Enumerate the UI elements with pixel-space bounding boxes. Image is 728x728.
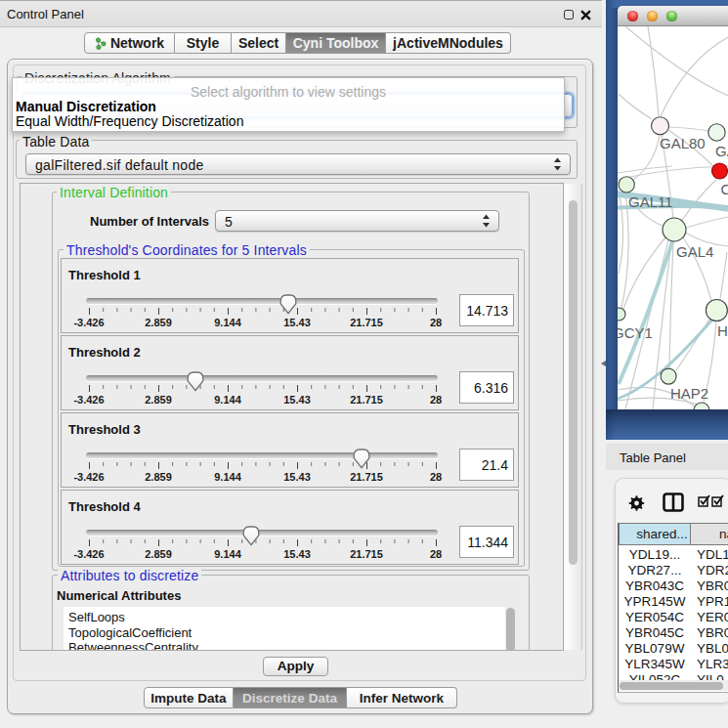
svg-text:H: H [717, 322, 728, 339]
svg-text:GAL80: GAL80 [660, 135, 706, 151]
svg-text:GAL4: GAL4 [676, 243, 713, 260]
svg-text:HAP2: HAP2 [670, 385, 708, 402]
svg-text:C: C [721, 181, 728, 197]
svg-text:GA: GA [715, 143, 728, 159]
svg-text:GAL11: GAL11 [628, 193, 673, 210]
svg-text:GCY1: GCY1 [618, 324, 653, 341]
